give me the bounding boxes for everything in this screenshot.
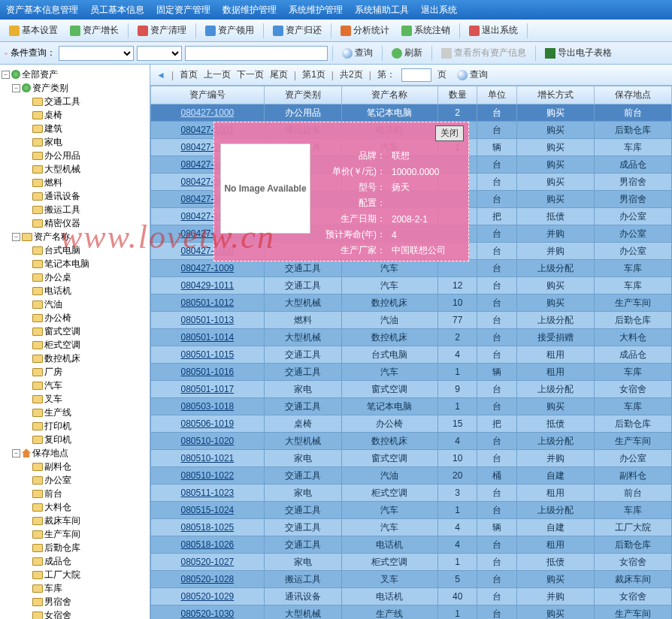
tree-leaf[interactable]: 后勤仓库 — [23, 541, 148, 554]
asset-id-cell[interactable]: 080506-1019 — [151, 415, 265, 433]
table-row[interactable]: 080511-1023家电柜式空调3台租用前台 — [151, 485, 672, 502]
asset-id-cell[interactable]: 080510-1021 — [151, 450, 265, 467]
menu-item[interactable]: 退出系统 — [421, 4, 457, 17]
table-row[interactable]: 080518-1026交通工具电话机4台租用后勤仓库 — [151, 536, 672, 554]
table-row[interactable]: 080503-1018交通工具笔记本电脑1台购买车库 — [151, 398, 672, 415]
tree-group[interactable]: −资产类别 — [12, 81, 148, 95]
tree-leaf[interactable]: 成品仓 — [23, 554, 148, 568]
pager-home[interactable]: 首页 — [180, 68, 198, 81]
toolbar-btn[interactable]: 分析统计 — [336, 23, 394, 38]
table-row[interactable]: 080510-1021家电窗式空调10台并购办公室 — [151, 450, 672, 467]
table-row[interactable]: 080501-1017家电窗式空调9台上级分配女宿舍 — [151, 381, 672, 398]
tree-leaf[interactable]: 生产车间 — [23, 527, 148, 541]
toolbar-btn[interactable]: 资产归还 — [268, 23, 326, 38]
tree-leaf[interactable]: 男宿舍 — [23, 595, 148, 608]
asset-id-cell[interactable]: 080511-1023 — [151, 485, 265, 502]
tree-leaf[interactable]: 桌椅 — [23, 108, 148, 122]
tree-leaf[interactable]: 汽车 — [23, 379, 148, 392]
tree-leaf[interactable]: 电话机 — [23, 284, 148, 297]
table-row[interactable]: 080501-1016交通工具汽车1辆租用车库 — [151, 364, 672, 381]
table-row[interactable]: 080520-1028搬运工具叉车5台购买裁床车间 — [151, 571, 672, 588]
table-row[interactable]: 080427-1000办公用品笔记本电脑2台购买前台 — [151, 104, 672, 122]
table-row[interactable]: 080520-1027家电柜式空调1台抵债女宿舍 — [151, 554, 672, 571]
tree-leaf[interactable]: 家电 — [23, 135, 148, 149]
table-row[interactable]: 080520-1030大型机械生产线1台购买生产车间 — [151, 605, 672, 620]
column-header[interactable]: 保存地点 — [594, 86, 671, 104]
column-header[interactable]: 数量 — [437, 86, 477, 104]
tree-leaf[interactable]: 汽油 — [23, 297, 148, 311]
tree-root[interactable]: −全部资产 — [2, 68, 148, 81]
tree-leaf[interactable]: 女宿舍 — [23, 608, 148, 619]
query-button[interactable]: 查询 — [338, 45, 377, 61]
tree-leaf[interactable]: 厂房 — [23, 365, 148, 379]
asset-id-cell[interactable]: 080501-1013 — [151, 312, 265, 329]
tree-leaf[interactable]: 复印机 — [23, 433, 148, 446]
column-header[interactable]: 资产类别 — [264, 86, 341, 104]
tree-leaf[interactable]: 办公桌 — [23, 270, 148, 284]
tree-leaf[interactable]: 大料仓 — [23, 500, 148, 514]
query-value-input[interactable] — [185, 46, 328, 61]
asset-id-cell[interactable]: 080510-1022 — [151, 467, 265, 485]
tree-leaf[interactable]: 笔记本电脑 — [23, 257, 148, 270]
pager-go-button[interactable]: 查询 — [453, 67, 492, 83]
tree-leaf[interactable]: 办公用品 — [23, 149, 148, 162]
popup-close-button[interactable]: 关闭 — [435, 125, 464, 141]
tree-group[interactable]: −保存地点 — [12, 446, 148, 460]
toolbar-btn[interactable]: 资产领用 — [201, 23, 259, 38]
tree-leaf[interactable]: 大型机械 — [23, 162, 148, 176]
asset-id-cell[interactable]: 080510-1020 — [151, 433, 265, 450]
asset-id-cell[interactable]: 080501-1015 — [151, 346, 265, 364]
table-row[interactable]: 080501-1012大型机械数控机床10台购买生产车间 — [151, 294, 672, 312]
tree-leaf[interactable]: 车库 — [23, 581, 148, 595]
tree-leaf[interactable]: 打印机 — [23, 419, 148, 433]
tree-leaf[interactable]: 精密仪器 — [23, 216, 148, 230]
asset-id-cell[interactable]: 080501-1016 — [151, 364, 265, 381]
asset-id-cell[interactable]: 080520-1029 — [151, 588, 265, 605]
toolbar-btn[interactable]: 基本设置 — [5, 23, 62, 38]
tree-leaf[interactable]: 工厂大院 — [23, 568, 148, 581]
tree-leaf[interactable]: 前台 — [23, 487, 148, 500]
table-row[interactable]: 080510-1020大型机械数控机床4台上级分配生产车间 — [151, 433, 672, 450]
tree-leaf[interactable]: 裁床车间 — [23, 514, 148, 527]
column-header[interactable]: 单位 — [477, 86, 517, 104]
menu-item[interactable]: 系统维护管理 — [289, 4, 343, 17]
export-button[interactable]: 导出电子表格 — [540, 45, 616, 61]
tree-leaf[interactable]: 副料仓 — [23, 460, 148, 473]
tree-leaf[interactable]: 通讯设备 — [23, 189, 148, 203]
asset-id-cell[interactable]: 080501-1012 — [151, 294, 265, 312]
asset-id-cell[interactable]: 080520-1030 — [151, 605, 265, 620]
tree-leaf[interactable]: 叉车 — [23, 392, 148, 406]
tree-leaf[interactable]: 柜式空调 — [23, 338, 148, 352]
asset-id-cell[interactable]: 080501-1014 — [151, 329, 265, 346]
tree-leaf[interactable]: 台式电脑 — [23, 243, 148, 257]
asset-id-cell[interactable]: 080427-1009 — [151, 260, 265, 277]
table-row[interactable]: 080515-1024交通工具汽车1台上级分配车库 — [151, 502, 672, 519]
asset-id-cell[interactable]: 080503-1018 — [151, 398, 265, 415]
tree-leaf[interactable]: 数控机床 — [23, 352, 148, 365]
tree-leaf[interactable]: 窗式空调 — [23, 325, 148, 338]
tree-leaf[interactable]: 生产线 — [23, 406, 148, 419]
pager-last[interactable]: 尾页 — [270, 68, 288, 81]
tree-leaf[interactable]: 交通工具 — [23, 95, 148, 108]
table-row[interactable]: 080518-1025交通工具汽车4辆自建工厂大院 — [151, 519, 672, 536]
menu-item[interactable]: 数据维护管理 — [222, 4, 277, 17]
asset-id-cell[interactable]: 080429-1011 — [151, 277, 265, 294]
pager-prev-icon[interactable]: ◄ — [156, 70, 165, 80]
tree-leaf[interactable]: 办公椅 — [23, 311, 148, 325]
asset-id-cell[interactable]: 080520-1028 — [151, 571, 265, 588]
pager-prev[interactable]: 上一页 — [204, 68, 231, 81]
tree-leaf[interactable]: 搬运工具 — [23, 203, 148, 216]
table-row[interactable]: 080429-1011交通工具汽车12台购买车库 — [151, 277, 672, 294]
asset-id-cell[interactable]: 080427-1000 — [151, 104, 265, 122]
table-row[interactable]: 080501-1015交通工具台式电脑4台租用成品仓 — [151, 346, 672, 364]
table-row[interactable]: 080427-1009交通工具汽车台上级分配车库 — [151, 260, 672, 277]
toolbar-btn[interactable]: 退出系统 — [465, 23, 522, 38]
column-header[interactable]: 增长方式 — [516, 86, 594, 104]
tree-group[interactable]: −资产名称 — [12, 230, 148, 243]
menu-item[interactable]: 固定资产管理 — [156, 4, 210, 17]
column-header[interactable]: 资产名称 — [341, 86, 437, 104]
column-header[interactable]: 资产编号 — [151, 86, 265, 104]
asset-id-cell[interactable]: 080518-1026 — [151, 536, 265, 554]
toolbar-btn[interactable]: 资产增长 — [65, 23, 123, 38]
refresh-button[interactable]: 刷新 — [387, 45, 427, 61]
